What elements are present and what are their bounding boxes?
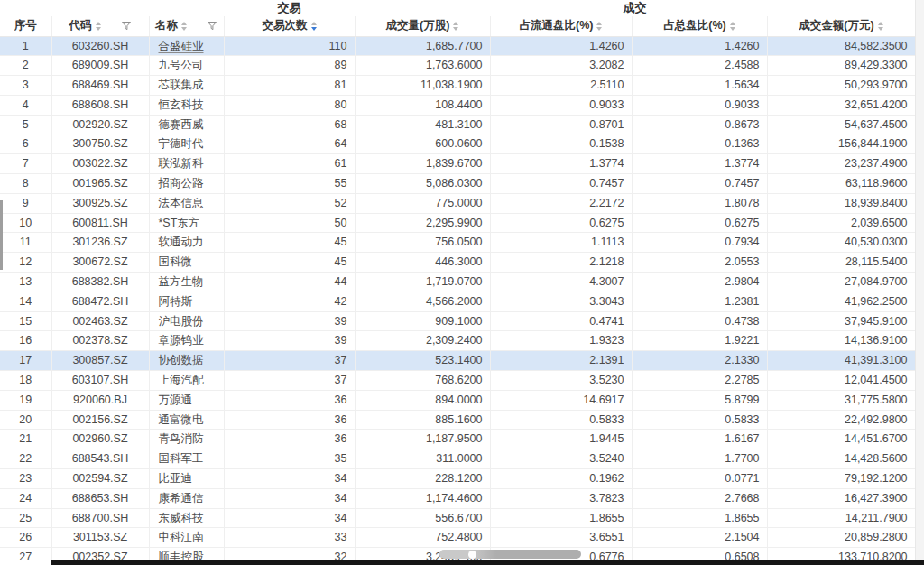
- cell-name[interactable]: 宁德时代: [149, 134, 224, 154]
- sort-carets-icon[interactable]: [311, 22, 317, 31]
- cell-name[interactable]: 阿特斯: [149, 292, 224, 311]
- table-row[interactable]: 2 689009.SH 九号公司 89 1,763.6000 3.2082 2.…: [0, 56, 915, 76]
- cell-amount: 22,492.9800: [767, 410, 915, 430]
- cell-name[interactable]: 芯联集成: [149, 76, 224, 96]
- cell-volume: 756.0500: [355, 233, 490, 253]
- cell-trades: 36: [224, 410, 355, 430]
- table-row[interactable]: 24 688653.SH 康希通信 34 1,174.4600 3.7823 2…: [0, 488, 915, 508]
- cell-trades: 42: [224, 292, 355, 311]
- cell-name[interactable]: 康希通信: [149, 488, 224, 508]
- table-row[interactable]: 11 301236.SZ 软通动力 45 756.0500 1.1113 0.7…: [0, 233, 915, 253]
- col-header-float-pct[interactable]: 占流通盘比(%): [490, 16, 632, 36]
- cell-name[interactable]: 通富微电: [149, 410, 224, 430]
- cell-name[interactable]: 章源钨业: [149, 331, 224, 351]
- cell-float-pct: 2.2172: [490, 193, 632, 213]
- cell-name[interactable]: 青鸟消防: [149, 430, 224, 449]
- cell-seq: 2: [0, 56, 51, 76]
- table-row[interactable]: 26 301153.SZ 中科江南 33 752.4800 3.6551 2.1…: [0, 528, 915, 548]
- cell-name[interactable]: 德赛西威: [149, 115, 224, 134]
- cell-name[interactable]: 国科微: [149, 253, 224, 273]
- table-row[interactable]: 15 002463.SZ 沪电股份 39 909.1000 0.4741 0.4…: [0, 311, 915, 331]
- cell-name[interactable]: 招商公路: [149, 174, 224, 194]
- cell-float-pct: 4.3007: [490, 273, 632, 292]
- cell-name[interactable]: 软通动力: [149, 233, 224, 253]
- left-scrollbar-fragment[interactable]: [0, 200, 3, 270]
- cell-name[interactable]: 合盛硅业: [149, 36, 224, 56]
- cell-name[interactable]: 协创数据: [149, 351, 224, 371]
- cell-trades: 110: [224, 36, 355, 56]
- cell-name[interactable]: 比亚迪: [149, 469, 224, 489]
- group-header-row: 交易 成交: [0, 0, 915, 16]
- cell-trades: 37: [224, 371, 355, 391]
- col-header-code[interactable]: 代码: [51, 16, 149, 36]
- cell-name[interactable]: 万源通: [149, 390, 224, 410]
- cell-seq: 19: [0, 390, 51, 410]
- table-row[interactable]: 6 300750.SZ 宁德时代 64 600.0600 0.1538 0.13…: [0, 134, 915, 154]
- table-row[interactable]: 18 603107.SH 上海汽配 37 768.6200 3.5230 2.2…: [0, 371, 915, 391]
- cell-name[interactable]: 法本信息: [149, 193, 224, 213]
- cell-float-pct: 2.1218: [490, 253, 632, 273]
- sort-carets-icon[interactable]: [730, 22, 735, 31]
- table-row[interactable]: 19 920060.BJ 万源通 36 894.0000 14.6917 5.8…: [0, 390, 915, 410]
- cell-name[interactable]: 中科江南: [149, 528, 224, 548]
- table-row[interactable]: 9 300925.SZ 法本信息 52 775.0000 2.2172 1.80…: [0, 193, 915, 213]
- filter-funnel-icon[interactable]: [207, 21, 217, 32]
- cell-code: 688608.SH: [51, 95, 149, 115]
- cell-float-pct: 0.5833: [490, 410, 632, 430]
- cell-amount: 14,428.5600: [767, 449, 915, 469]
- cell-trades: 61: [224, 154, 355, 174]
- cell-name[interactable]: 恒玄科技: [149, 95, 224, 115]
- cell-volume: 556.6700: [355, 508, 490, 528]
- cell-name[interactable]: 九号公司: [149, 56, 224, 76]
- table-row[interactable]: 17 300857.SZ 协创数据 37 523.1400 2.1391 2.1…: [0, 351, 915, 371]
- cell-code: 300750.SZ: [51, 134, 149, 154]
- table-row[interactable]: 1 603260.SH 合盛硅业 110 1,685.7700 1.4260 1…: [0, 36, 915, 56]
- table-row[interactable]: 8 001965.SZ 招商公路 55 5,086.0300 0.7457 0.…: [0, 174, 915, 194]
- table-row[interactable]: 14 688472.SH 阿特斯 42 4,566.2000 3.3043 1.…: [0, 292, 915, 311]
- horizontal-scrollbar-thumb[interactable]: [439, 550, 581, 559]
- cell-name[interactable]: 国科军工: [149, 449, 224, 469]
- table-row[interactable]: 22 688543.SH 国科军工 35 311.0000 3.5240 1.7…: [0, 449, 915, 469]
- table-row[interactable]: 5 002920.SZ 德赛西威 68 481.3100 0.8701 0.86…: [0, 115, 915, 134]
- cell-name[interactable]: 益方生物: [149, 273, 224, 292]
- col-header-trades[interactable]: 交易次数: [224, 16, 355, 36]
- cell-volume: 481.3100: [355, 115, 490, 134]
- sort-carets-icon[interactable]: [96, 22, 101, 31]
- col-header-name[interactable]: 名称: [149, 16, 224, 36]
- table-row[interactable]: 4 688608.SH 恒玄科技 80 108.4400 0.9033 0.90…: [0, 95, 915, 115]
- cell-total-pct: 0.1363: [632, 134, 767, 154]
- cell-seq: 3: [0, 76, 51, 96]
- table-row[interactable]: 12 300672.SZ 国科微 45 446.3000 2.1218 2.05…: [0, 253, 915, 273]
- cell-name[interactable]: 上海汽配: [149, 371, 224, 391]
- sort-carets-icon[interactable]: [181, 22, 187, 31]
- cell-volume: 523.1400: [355, 351, 490, 371]
- sort-carets-icon[interactable]: [878, 22, 883, 31]
- table-row[interactable]: 20 002156.SZ 通富微电 36 885.1600 0.5833 0.5…: [0, 410, 915, 430]
- vertical-scrollbar-track[interactable]: [915, 0, 924, 560]
- cell-code: 689009.SH: [51, 56, 149, 76]
- filter-funnel-icon[interactable]: [121, 21, 132, 32]
- cell-name[interactable]: 联泓新科: [149, 154, 224, 174]
- cell-float-pct: 0.6275: [490, 213, 632, 233]
- table-row[interactable]: 16 002378.SZ 章源钨业 39 2,309.2400 1.9323 1…: [0, 331, 915, 351]
- cell-code: 688653.SH: [51, 488, 149, 508]
- table-row[interactable]: 3 688469.SH 芯联集成 81 11,038.1900 2.5110 1…: [0, 76, 915, 96]
- col-header-amount[interactable]: 成交金额(万元): [767, 16, 915, 36]
- table-row[interactable]: 23 002594.SZ 比亚迪 34 228.1200 0.1962 0.07…: [0, 469, 915, 489]
- cell-total-pct: 2.2785: [632, 371, 767, 391]
- cell-name[interactable]: 沪电股份: [149, 311, 224, 331]
- sort-carets-icon[interactable]: [453, 22, 458, 31]
- cell-name[interactable]: 东威科技: [149, 508, 224, 528]
- table-row[interactable]: 21 002960.SZ 青鸟消防 36 1,187.9500 1.9445 1…: [0, 430, 915, 449]
- cell-volume: 108.4400: [355, 95, 490, 115]
- cell-seq: 17: [0, 351, 51, 371]
- table-row[interactable]: 13 688382.SH 益方生物 44 1,719.0700 4.3007 2…: [0, 273, 915, 292]
- table-row[interactable]: 10 600811.SH *ST东方 50 2,295.9900 0.6275 …: [0, 213, 915, 233]
- table-row[interactable]: 25 688700.SH 东威科技 34 556.6700 1.8655 1.8…: [0, 508, 915, 528]
- cell-name[interactable]: *ST东方: [149, 213, 224, 233]
- col-header-total-pct[interactable]: 占总盘比(%): [632, 16, 767, 36]
- sort-carets-icon[interactable]: [596, 22, 602, 31]
- cell-code: 688469.SH: [51, 76, 149, 96]
- col-header-volume[interactable]: 成交量(万股): [355, 16, 490, 36]
- table-row[interactable]: 7 003022.SZ 联泓新科 61 1,839.6700 1.3774 1.…: [0, 154, 915, 174]
